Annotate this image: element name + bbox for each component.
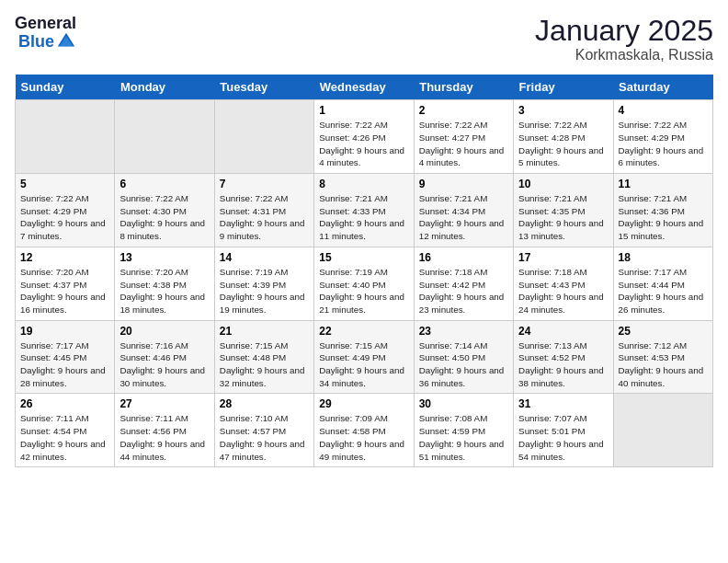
day-number: 12 [20,251,109,264]
day-number: 5 [20,178,109,190]
logo-general: General [15,15,76,31]
calendar-cell [115,100,214,174]
day-info: Sunrise: 7:16 AMSunset: 4:46 PMDaylight:… [119,339,209,390]
day-number: 2 [419,104,508,117]
day-info: Sunrise: 7:18 AMSunset: 4:43 PMDaylight:… [518,266,608,316]
calendar-week-row: 19Sunrise: 7:17 AMSunset: 4:45 PMDayligh… [16,320,713,394]
day-info: Sunrise: 7:22 AMSunset: 4:31 PMDaylight:… [220,192,309,243]
day-info: Sunrise: 7:21 AMSunset: 4:34 PMDaylight:… [419,192,508,243]
calendar-cell: 12Sunrise: 7:20 AMSunset: 4:37 PMDayligh… [16,247,115,320]
calendar-cell: 29Sunrise: 7:09 AMSunset: 4:58 PMDayligh… [314,394,414,467]
day-number: 21 [220,325,309,338]
day-info: Sunrise: 7:22 AMSunset: 4:28 PMDaylight:… [518,119,608,169]
day-number: 23 [419,325,508,338]
calendar-cell: 28Sunrise: 7:10 AMSunset: 4:57 PMDayligh… [214,394,313,467]
weekday-header: Monday [115,75,214,100]
day-info: Sunrise: 7:22 AMSunset: 4:27 PMDaylight:… [419,119,508,169]
day-info: Sunrise: 7:09 AMSunset: 4:58 PMDaylight:… [319,412,408,463]
calendar-cell: 25Sunrise: 7:12 AMSunset: 4:53 PMDayligh… [613,320,712,394]
calendar-cell: 8Sunrise: 7:21 AMSunset: 4:33 PMDaylight… [314,174,414,247]
calendar-cell: 11Sunrise: 7:21 AMSunset: 4:36 PMDayligh… [613,174,712,247]
calendar-cell [613,394,712,467]
weekday-header: Tuesday [214,75,313,100]
day-info: Sunrise: 7:15 AMSunset: 4:48 PMDaylight:… [220,339,309,390]
day-number: 8 [319,178,408,190]
day-info: Sunrise: 7:20 AMSunset: 4:38 PMDaylight:… [119,266,209,316]
day-number: 28 [220,397,309,410]
day-number: 14 [220,251,309,264]
weekday-header: Sunday [16,75,115,100]
day-info: Sunrise: 7:11 AMSunset: 4:56 PMDaylight:… [119,412,209,463]
day-number: 22 [319,325,408,338]
calendar-subtitle: Korkmaskala, Russia [535,47,713,63]
day-number: 18 [619,251,708,264]
weekday-header-row: SundayMondayTuesdayWednesdayThursdayFrid… [16,75,713,100]
day-number: 29 [319,397,408,410]
calendar-title: January 2025 [535,15,713,47]
calendar-cell: 7Sunrise: 7:22 AMSunset: 4:31 PMDaylight… [214,174,313,247]
calendar-cell [214,100,313,174]
day-info: Sunrise: 7:21 AMSunset: 4:35 PMDaylight:… [518,192,608,243]
title-block: January 2025 Korkmaskala, Russia [535,15,713,63]
calendar-cell: 5Sunrise: 7:22 AMSunset: 4:29 PMDaylight… [16,174,115,247]
calendar-cell: 20Sunrise: 7:16 AMSunset: 4:46 PMDayligh… [115,320,214,394]
calendar-cell: 1Sunrise: 7:22 AMSunset: 4:26 PMDaylight… [314,100,414,174]
calendar-cell: 26Sunrise: 7:11 AMSunset: 4:54 PMDayligh… [16,394,115,467]
day-info: Sunrise: 7:15 AMSunset: 4:49 PMDaylight:… [319,339,408,390]
calendar-cell: 14Sunrise: 7:19 AMSunset: 4:39 PMDayligh… [214,247,313,320]
day-number: 9 [419,178,508,190]
day-number: 19 [20,325,109,338]
day-info: Sunrise: 7:21 AMSunset: 4:36 PMDaylight:… [619,192,708,243]
day-number: 26 [20,397,109,410]
weekday-header: Friday [514,75,613,100]
day-info: Sunrise: 7:07 AMSunset: 5:01 PMDaylight:… [518,412,608,463]
day-number: 24 [518,325,608,338]
calendar-cell: 3Sunrise: 7:22 AMSunset: 4:28 PMDaylight… [514,100,613,174]
calendar-cell: 24Sunrise: 7:13 AMSunset: 4:52 PMDayligh… [514,320,613,394]
calendar-cell: 16Sunrise: 7:18 AMSunset: 4:42 PMDayligh… [414,247,513,320]
calendar-cell: 30Sunrise: 7:08 AMSunset: 4:59 PMDayligh… [414,394,513,467]
day-info: Sunrise: 7:19 AMSunset: 4:39 PMDaylight:… [220,266,309,316]
weekday-header: Saturday [613,75,712,100]
calendar-cell: 27Sunrise: 7:11 AMSunset: 4:56 PMDayligh… [115,394,214,467]
day-info: Sunrise: 7:21 AMSunset: 4:33 PMDaylight:… [319,192,408,243]
logo-blue: Blue [18,33,54,50]
day-number: 31 [518,397,608,410]
day-info: Sunrise: 7:17 AMSunset: 4:45 PMDaylight:… [20,339,109,390]
day-info: Sunrise: 7:19 AMSunset: 4:40 PMDaylight:… [319,266,408,316]
day-info: Sunrise: 7:14 AMSunset: 4:50 PMDaylight:… [419,339,508,390]
calendar-cell: 10Sunrise: 7:21 AMSunset: 4:35 PMDayligh… [514,174,613,247]
day-info: Sunrise: 7:18 AMSunset: 4:42 PMDaylight:… [419,266,508,316]
day-info: Sunrise: 7:08 AMSunset: 4:59 PMDaylight:… [419,412,508,463]
logo-icon [56,31,76,52]
day-info: Sunrise: 7:20 AMSunset: 4:37 PMDaylight:… [20,266,109,316]
calendar-cell: 15Sunrise: 7:19 AMSunset: 4:40 PMDayligh… [314,247,414,320]
page-header: General Blue January 2025 Korkmaskala, R… [15,15,713,63]
day-number: 3 [518,104,608,117]
calendar-week-row: 12Sunrise: 7:20 AMSunset: 4:37 PMDayligh… [16,247,713,320]
calendar-week-row: 5Sunrise: 7:22 AMSunset: 4:29 PMDaylight… [16,174,713,247]
day-info: Sunrise: 7:13 AMSunset: 4:52 PMDaylight:… [518,339,608,390]
day-info: Sunrise: 7:10 AMSunset: 4:57 PMDaylight:… [220,412,309,463]
day-number: 6 [119,178,209,190]
logo: General Blue [15,15,76,52]
day-info: Sunrise: 7:12 AMSunset: 4:53 PMDaylight:… [619,339,708,390]
calendar-cell: 23Sunrise: 7:14 AMSunset: 4:50 PMDayligh… [414,320,513,394]
day-number: 1 [319,104,408,117]
calendar-cell: 21Sunrise: 7:15 AMSunset: 4:48 PMDayligh… [214,320,313,394]
weekday-header: Wednesday [314,75,414,100]
day-info: Sunrise: 7:22 AMSunset: 4:29 PMDaylight:… [20,192,109,243]
day-info: Sunrise: 7:22 AMSunset: 4:30 PMDaylight:… [119,192,209,243]
day-number: 7 [220,178,309,190]
day-number: 20 [119,325,209,338]
weekday-header: Thursday [414,75,513,100]
day-info: Sunrise: 7:22 AMSunset: 4:29 PMDaylight:… [619,119,708,169]
calendar-cell: 18Sunrise: 7:17 AMSunset: 4:44 PMDayligh… [613,247,712,320]
day-number: 4 [619,104,708,117]
calendar-cell: 4Sunrise: 7:22 AMSunset: 4:29 PMDaylight… [613,100,712,174]
calendar-week-row: 26Sunrise: 7:11 AMSunset: 4:54 PMDayligh… [16,394,713,467]
day-info: Sunrise: 7:17 AMSunset: 4:44 PMDaylight:… [619,266,708,316]
calendar-cell: 31Sunrise: 7:07 AMSunset: 5:01 PMDayligh… [514,394,613,467]
calendar-cell: 19Sunrise: 7:17 AMSunset: 4:45 PMDayligh… [16,320,115,394]
day-number: 13 [119,251,209,264]
